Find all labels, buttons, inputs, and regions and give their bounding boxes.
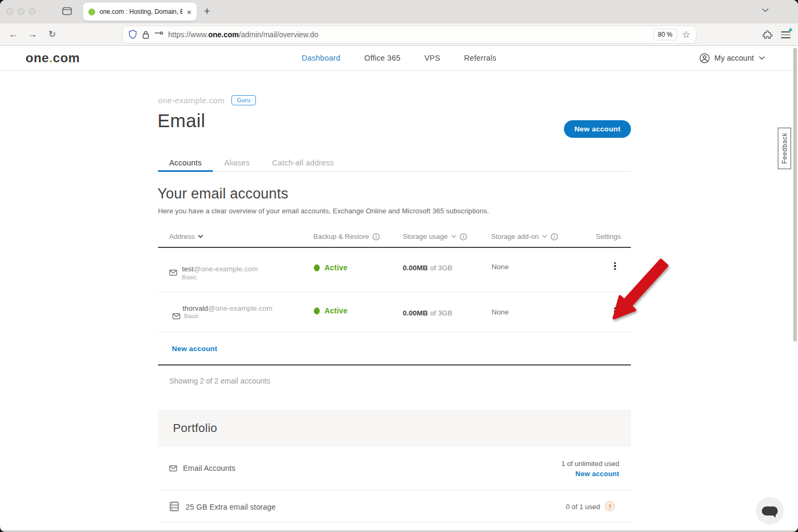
portfolio-new-account-link[interactable]: New account (576, 470, 619, 478)
page-title: Email (157, 110, 205, 131)
tab-catch-all-address[interactable]: Catch-all address (261, 155, 345, 172)
minimize-window-button[interactable] (18, 8, 24, 15)
chat-bubble-icon (762, 506, 778, 516)
app-menu-icon[interactable] (781, 30, 791, 40)
portfolio-row-email-accounts[interactable]: Email Accounts 1 of unlimited used New a… (158, 447, 631, 491)
status-cell: Active (314, 306, 347, 315)
new-account-button[interactable]: New account (564, 120, 631, 138)
column-header-backup-restore: Backup & Restore (313, 232, 380, 240)
accounts-summary: Showing 2 of 2 email accounts (169, 377, 270, 385)
browser-tab[interactable]: one.com : Hosting, Domain, Ema × (83, 3, 197, 21)
site-favicon (88, 9, 95, 15)
site-header: one.com Dashboard Office 365 VPS Referra… (0, 46, 798, 71)
back-button[interactable]: ← (6, 23, 20, 45)
my-account-menu[interactable]: My account (700, 46, 765, 70)
browser-window: one.com : Hosting, Domain, Ema × + ← → ↻… (0, 0, 798, 532)
email-account-icon (172, 312, 180, 320)
status-dot-icon (314, 307, 320, 314)
table-row[interactable]: test@one-example.com Basic Active 0.00MB… (158, 248, 631, 292)
account-plan: Basic (184, 313, 199, 319)
warning-icon[interactable]: ! (605, 501, 615, 511)
row-settings-kebab-icon[interactable] (610, 261, 620, 271)
plan-badge: Guru (231, 95, 256, 105)
portfolio-item-usage: 1 of unlimited used (561, 460, 619, 468)
status-label: Active (325, 263, 347, 272)
bookmark-star-icon[interactable]: ☆ (682, 29, 691, 40)
close-window-button[interactable] (6, 8, 13, 15)
account-plan: Basic (182, 274, 197, 280)
email-address: test@one-example.com (182, 264, 258, 273)
nav-office-365[interactable]: Office 365 (364, 54, 401, 62)
status-label: Active (325, 306, 347, 315)
sort-chevron-icon (451, 235, 456, 238)
feedback-tab[interactable]: Feedback (778, 128, 791, 169)
permissions-icon[interactable] (154, 31, 163, 38)
reload-button[interactable]: ↻ (45, 23, 59, 45)
table-footer-row: New account (158, 332, 631, 365)
lock-icon[interactable] (142, 30, 149, 39)
domain-line: one-example.com Guru (158, 95, 256, 105)
tab-title: one.com : Hosting, Domain, Ema (99, 8, 182, 15)
sort-chevron-icon (198, 235, 203, 238)
tab-aliases[interactable]: Aliases (213, 155, 261, 172)
new-tab-button[interactable]: + (204, 5, 210, 18)
extensions-icon[interactable] (762, 29, 772, 39)
storage-addon: None (492, 263, 509, 271)
nav-vps[interactable]: VPS (425, 54, 440, 62)
table-row[interactable]: thorvald@one-example.com Basic Active 0.… (158, 292, 631, 332)
email-address: thorvald@one-example.com (182, 303, 272, 313)
storage-usage: 0.00MBof 3GB (403, 263, 452, 272)
portfolio-section: Portfolio Email Accounts 1 of unlimited … (158, 410, 631, 522)
new-account-link[interactable]: New account (172, 345, 217, 353)
info-icon[interactable] (460, 233, 467, 240)
column-header-address[interactable]: Address (169, 232, 203, 240)
user-avatar-icon (700, 53, 710, 63)
tracking-protection-shield-icon[interactable] (128, 30, 137, 39)
main-nav: Dashboard Office 365 VPS Referrals (0, 46, 798, 70)
portfolio-item-label: 25 GB Extra email storage (186, 503, 276, 511)
info-icon[interactable] (551, 233, 558, 240)
email-tabs: Accounts Aliases Catch-all address (158, 155, 631, 172)
portfolio-item-label: Email Accounts (183, 464, 236, 472)
domain-name: one-example.com (158, 96, 225, 105)
storage-usage: 0.00MBof 3GB (403, 308, 452, 318)
info-icon[interactable] (372, 233, 380, 240)
status-cell: Active (314, 263, 347, 272)
scrollbar-thumb[interactable] (793, 48, 797, 342)
chat-widget-button[interactable] (756, 497, 784, 525)
portfolio-item-usage: 0 of 1 used (566, 503, 600, 511)
status-dot-icon (314, 264, 320, 271)
update-badge-icon (788, 28, 793, 31)
column-header-storage-addon[interactable]: Storage add-on (491, 232, 558, 240)
email-account-icon (169, 464, 177, 472)
close-tab-icon[interactable]: × (187, 8, 192, 16)
storage-addon: None (492, 308, 509, 316)
browser-toolbar: ← → ↻ https://www.one.com/admin/mail/ove… (0, 23, 798, 46)
portfolio-title: Portfolio (158, 410, 631, 447)
storage-icon (170, 502, 179, 511)
portfolio-row-extra-storage[interactable]: 25 GB Extra email storage 0 of 1 used ! (158, 491, 631, 522)
feedback-label: Feedback (781, 132, 788, 164)
column-header-storage-usage[interactable]: Storage usage (403, 232, 467, 240)
column-header-settings: Settings (596, 232, 621, 240)
zoom-window-button[interactable] (29, 8, 36, 15)
url-text: https://www.one.com/admin/mail/overview.… (168, 30, 318, 39)
tab-overview-icon[interactable] (62, 7, 72, 15)
tab-accounts[interactable]: Accounts (158, 155, 213, 172)
section-description: Here you have a clear overview of your e… (158, 207, 489, 215)
nav-dashboard[interactable]: Dashboard (302, 54, 340, 62)
forward-button[interactable]: → (26, 23, 39, 45)
nav-referrals[interactable]: Referrals (464, 54, 496, 62)
section-title: Your email accounts (157, 186, 288, 202)
tab-strip: one.com : Hosting, Domain, Ema × + (0, 0, 798, 23)
window-controls (6, 8, 36, 15)
chevron-down-icon (759, 56, 765, 60)
row-settings-kebab-icon[interactable] (610, 306, 620, 316)
list-all-tabs-icon[interactable] (762, 8, 769, 12)
email-account-icon (169, 269, 177, 276)
sort-chevron-icon (542, 235, 547, 238)
my-account-label: My account (714, 54, 754, 62)
url-bar[interactable]: https://www.one.com/admin/mail/overview.… (123, 26, 696, 43)
zoom-level-badge[interactable]: 80 % (653, 29, 677, 40)
